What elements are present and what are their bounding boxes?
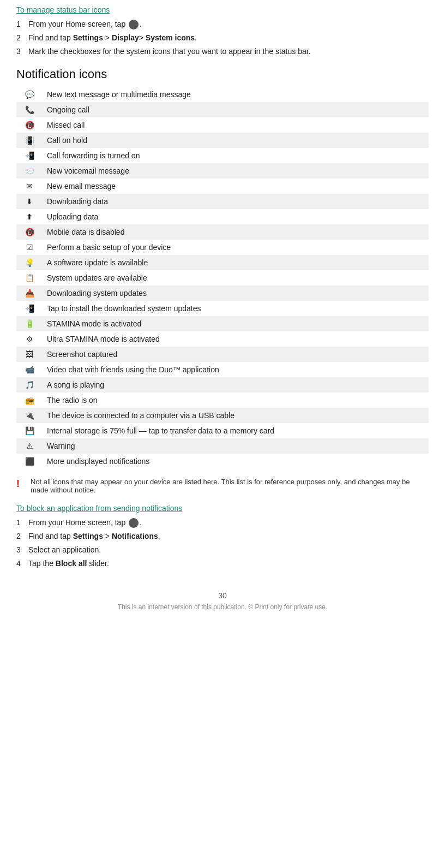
step-item: 1 From your Home screen, tap .: [16, 517, 429, 528]
notification-icon: 📲: [16, 148, 43, 163]
table-row: ⚠Warning: [16, 438, 429, 454]
table-row: 📳Call on hold: [16, 133, 429, 148]
notification-icon: 🔋: [16, 316, 43, 331]
table-row: ⬛More undisplayed notifications: [16, 454, 429, 469]
notification-icon: 📋: [16, 270, 43, 286]
table-row: 📹Video chat with friends using the Duo™ …: [16, 362, 429, 377]
notification-icon: 📵: [16, 117, 43, 133]
notification-icon: 📹: [16, 362, 43, 377]
table-row: 💾Internal storage is 75% full — tap to t…: [16, 423, 429, 438]
step-text: From your Home screen, tap .: [28, 517, 429, 528]
notification-description: STAMINA mode is activated: [43, 316, 429, 331]
notification-description: Uploading data: [43, 209, 429, 224]
block-notifications-link[interactable]: To block an application from sending not…: [16, 504, 429, 513]
notification-description: More undisplayed notifications: [43, 454, 429, 469]
step-number: 4: [16, 558, 28, 569]
table-row: 🎵A song is playing: [16, 377, 429, 393]
step-number: 2: [16, 32, 28, 44]
notification-description: Downloading system updates: [43, 286, 429, 301]
step-text: Find and tap Settings > Notifications.: [28, 531, 429, 542]
notification-icon: 📵: [16, 224, 43, 240]
step-item: 1 From your Home screen, tap .: [16, 19, 429, 30]
notification-icon: 📳: [16, 133, 43, 148]
notification-description: A song is playing: [43, 377, 429, 393]
notification-icons-table: 💬New text message or multimedia message📞…: [16, 87, 429, 469]
table-row: 📞Ongoing call: [16, 102, 429, 117]
notification-icon: ⬇: [16, 194, 43, 209]
notification-description: The radio is on: [43, 393, 429, 408]
notification-icon: 📨: [16, 163, 43, 179]
step-text: From your Home screen, tap .: [28, 19, 429, 30]
table-row: 📵Mobile data is disabled: [16, 224, 429, 240]
notification-description: Call forwarding is turned on: [43, 148, 429, 163]
table-row: 🔋STAMINA mode is activated: [16, 316, 429, 331]
table-row: 📨New voicemail message: [16, 163, 429, 179]
table-row: ⬆Uploading data: [16, 209, 429, 224]
table-row: ⬇Downloading data: [16, 194, 429, 209]
notification-icon: 💬: [16, 87, 43, 102]
table-row: 📲Tap to install the downloaded system up…: [16, 301, 429, 316]
table-row: 📵Missed call: [16, 117, 429, 133]
notification-icon: 🔌: [16, 408, 43, 423]
table-row: 🔌The device is connected to a computer v…: [16, 408, 429, 423]
table-row: 📥Downloading system updates: [16, 286, 429, 301]
notification-icon: ⬆: [16, 209, 43, 224]
notification-description: Tap to install the downloaded system upd…: [43, 301, 429, 316]
notification-description: Warning: [43, 438, 429, 454]
manage-status-bar-link[interactable]: To manage status bar icons: [16, 5, 429, 14]
step-item: 3 Mark the checkboxes for the system ico…: [16, 46, 429, 57]
notification-icon: ⬛: [16, 454, 43, 469]
notification-icon: ☑: [16, 240, 43, 255]
notification-description: Missed call: [43, 117, 429, 133]
notification-icon: 💾: [16, 423, 43, 438]
table-row: ⚙Ultra STAMINA mode is activated: [16, 331, 429, 347]
footer-copyright: This is an internet version of this publ…: [16, 603, 429, 611]
note-block: ! Not all icons that may appear on your …: [16, 478, 429, 494]
notification-description: System updates are available: [43, 270, 429, 286]
table-row: 📋System updates are available: [16, 270, 429, 286]
table-row: 🖼Screenshot captured: [16, 347, 429, 362]
notification-icon: ⚙: [16, 331, 43, 347]
table-row: ☑Perform a basic setup of your device: [16, 240, 429, 255]
notification-icon: 🖼: [16, 347, 43, 362]
notification-description: Ongoing call: [43, 102, 429, 117]
table-row: ✉New email message: [16, 179, 429, 194]
table-row: 💡A software update is available: [16, 255, 429, 270]
step-item: 2 Find and tap Settings > Notifications.: [16, 531, 429, 542]
step-number: 1: [16, 19, 28, 30]
step-item: 3 Select an application.: [16, 544, 429, 556]
step-text: Find and tap Settings > Display> System …: [28, 32, 429, 44]
block-notifications-steps: 1 From your Home screen, tap . 2 Find an…: [16, 517, 429, 569]
step-number: 3: [16, 544, 28, 556]
table-row: 📲Call forwarding is turned on: [16, 148, 429, 163]
notification-icons-title: Notification icons: [16, 67, 429, 81]
notification-description: Call on hold: [43, 133, 429, 148]
step-item: 4 Tap the Block all slider.: [16, 558, 429, 569]
notification-description: Ultra STAMINA mode is activated: [43, 331, 429, 347]
notification-icon: 📲: [16, 301, 43, 316]
manage-status-bar-steps: 1 From your Home screen, tap . 2 Find an…: [16, 19, 429, 57]
step-text: Tap the Block all slider.: [28, 558, 429, 569]
notification-icon: 📻: [16, 393, 43, 408]
notification-description: New email message: [43, 179, 429, 194]
notification-icon: 💡: [16, 255, 43, 270]
notification-description: Mobile data is disabled: [43, 224, 429, 240]
notification-icon: ✉: [16, 179, 43, 194]
page-number: 30: [16, 591, 429, 600]
notification-description: New voicemail message: [43, 163, 429, 179]
notification-description: A software update is available: [43, 255, 429, 270]
notification-description: Internal storage is 75% full — tap to tr…: [43, 423, 429, 438]
notification-description: Downloading data: [43, 194, 429, 209]
step-number: 1: [16, 517, 28, 528]
note-text: Not all icons that may appear on your de…: [31, 478, 429, 494]
notification-description: Perform a basic setup of your device: [43, 240, 429, 255]
notification-description: Screenshot captured: [43, 347, 429, 362]
exclamation-icon: !: [16, 478, 26, 490]
notification-icon: 📥: [16, 286, 43, 301]
notification-description: New text message or multimedia message: [43, 87, 429, 102]
notification-description: Video chat with friends using the Duo™ a…: [43, 362, 429, 377]
step-item: 2 Find and tap Settings > Display> Syste…: [16, 32, 429, 44]
table-row: 📻The radio is on: [16, 393, 429, 408]
notification-icon: ⚠: [16, 438, 43, 454]
notification-icon: 🎵: [16, 377, 43, 393]
